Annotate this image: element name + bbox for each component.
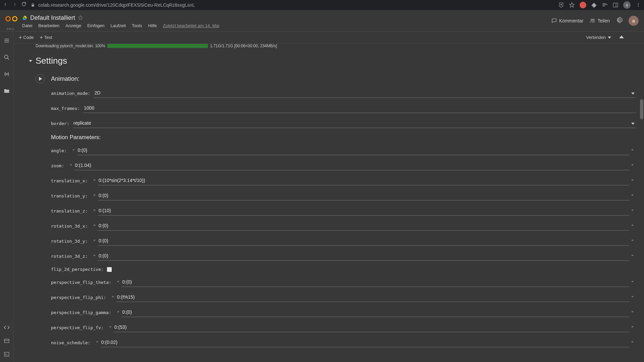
scrollbar-vertical[interactable] <box>640 99 643 119</box>
input-animation-mode[interactable] <box>94 89 636 98</box>
terminal-icon[interactable] <box>4 351 10 359</box>
input-zoom[interactable] <box>74 161 629 170</box>
menu-help[interactable]: Hilfe <box>148 23 157 28</box>
label-flip-2d-perspective: flip_2d_perspective <box>51 267 104 272</box>
menu-file[interactable]: Datei <box>22 23 32 28</box>
url-bar[interactable]: colab.research.google.com/drive/120CdqpI… <box>31 2 554 8</box>
input-perspective-flip-theta[interactable] <box>121 278 629 287</box>
label-perspective-flip-theta: perspective_flip_theta <box>51 280 111 285</box>
extension-badge[interactable] <box>580 2 586 8</box>
label-perspective-flip-fv: perspective_flip_fv <box>51 325 104 330</box>
input-translation-z[interactable] <box>98 206 629 216</box>
comment-button[interactable]: Kommentar <box>551 18 583 24</box>
search-icon[interactable] <box>4 54 10 62</box>
input-perspective-flip-fv[interactable] <box>114 323 629 332</box>
chevron-down-icon[interactable] <box>631 123 635 125</box>
panel-icon[interactable] <box>612 2 619 8</box>
label-perspective-flip-phi: perspective_flip_phi <box>51 295 106 300</box>
input-rotation-3d-y[interactable] <box>98 237 629 246</box>
bookmark-star-icon[interactable] <box>569 2 575 8</box>
chevron-down-icon <box>608 37 611 39</box>
lock-icon <box>31 3 35 7</box>
input-perspective-flip-gamma[interactable] <box>121 308 629 317</box>
progress-bar <box>107 44 208 48</box>
share-icon <box>589 18 595 24</box>
svg-point-5 <box>591 19 593 20</box>
files-icon[interactable] <box>4 88 10 95</box>
svg-rect-10 <box>4 352 9 356</box>
colab-header: PRO Default Installiert Datei Bearbeiten… <box>0 10 644 32</box>
label-animation-mode: animation_mode <box>51 91 90 96</box>
variables-icon[interactable] <box>4 71 10 78</box>
svg-point-3 <box>638 5 639 5</box>
label-rotation-3d-x: rotation_3d_x <box>51 224 88 229</box>
extensions-icon[interactable] <box>591 2 597 8</box>
toc-icon[interactable] <box>4 38 10 45</box>
section-title: Settings <box>36 56 67 66</box>
label-angle: angle <box>51 148 67 153</box>
svg-point-2 <box>638 3 639 4</box>
browser-avatar[interactable]: a <box>623 1 631 9</box>
label-rotation-3d-z: rotation_3d_z <box>51 254 88 259</box>
input-rotation-3d-z[interactable] <box>98 252 629 261</box>
input-max-frames[interactable] <box>83 104 636 113</box>
user-avatar[interactable]: a <box>629 16 639 26</box>
svg-point-7 <box>4 55 8 59</box>
menu-tools[interactable]: Tools <box>132 23 142 28</box>
pro-badge: PRO <box>7 27 14 31</box>
menu-runtime[interactable]: Laufzeit <box>111 23 126 28</box>
collapse-button[interactable] <box>618 33 625 42</box>
label-translation-z: translation_z <box>51 208 88 214</box>
label-translation-y: translation_y <box>51 193 88 198</box>
input-angle[interactable] <box>77 146 629 155</box>
install-icon[interactable] <box>558 2 564 8</box>
input-rotation-3d-x[interactable] <box>98 222 629 231</box>
back-icon[interactable] <box>3 2 8 8</box>
input-border[interactable] <box>73 119 636 128</box>
download-label: Downloading pytorch_model.bin: 100% <box>36 44 105 48</box>
share-button[interactable]: Teilen <box>589 18 610 24</box>
last-edit-link[interactable]: Zuletzt bearbeitet am 14. Mai <box>163 23 219 28</box>
reload-icon[interactable] <box>21 2 27 8</box>
label-rotation-3d-y: rotation_3d_y <box>51 239 88 244</box>
checkbox-flip-2d-perspective[interactable] <box>107 267 112 272</box>
url-text: colab.research.google.com/drive/120CdqpI… <box>38 2 195 8</box>
add-text-button[interactable]: +Text <box>40 35 52 41</box>
download-stats: 1.71G/1.71G [00:06<00:00, 234MB/s] <box>210 44 277 48</box>
download-output: Downloading pytorch_model.bin: 100% 1.71… <box>15 44 644 48</box>
menu-view[interactable]: Anzeige <box>65 23 81 28</box>
left-rail <box>0 32 13 362</box>
reading-list-icon[interactable] <box>602 2 608 8</box>
notebook-content: Downloading pytorch_model.bin: 100% 1.71… <box>13 44 644 362</box>
command-palette-icon[interactable] <box>4 338 10 345</box>
label-translation-x: translation_x <box>51 178 88 183</box>
label-border: border <box>51 121 69 126</box>
svg-rect-0 <box>613 3 618 7</box>
svg-rect-8 <box>4 339 9 343</box>
forward-icon[interactable] <box>12 2 17 8</box>
settings-button[interactable] <box>616 17 623 25</box>
section-caret-icon[interactable] <box>29 60 32 62</box>
input-translation-x[interactable] <box>98 176 629 185</box>
notebook-title[interactable]: Default Installiert <box>30 14 75 21</box>
label-perspective-flip-gamma: perspective_flip_gamma <box>51 310 111 315</box>
cell-heading-animation: Animation: <box>51 75 79 82</box>
connect-button[interactable]: Verbinden <box>583 34 614 41</box>
input-translation-y[interactable] <box>98 191 629 200</box>
colab-logo[interactable]: PRO <box>5 15 17 27</box>
menu-bar: Datei Bearbeiten Anzeige Einfügen Laufze… <box>22 23 551 28</box>
add-code-button[interactable]: +Code <box>19 35 34 41</box>
label-max-frames: max_frames <box>51 106 80 111</box>
chevron-down-icon[interactable] <box>631 93 635 95</box>
input-noise-schedule[interactable] <box>101 338 629 347</box>
code-snippets-icon[interactable] <box>4 324 10 332</box>
svg-point-6 <box>593 19 595 20</box>
menu-edit[interactable]: Bearbeiten <box>38 23 59 28</box>
chrome-menu-icon[interactable] <box>635 2 641 8</box>
form-cell: Animation: animation_mode max_frames bor… <box>15 74 644 347</box>
input-perspective-flip-phi[interactable] <box>116 293 629 302</box>
menu-insert[interactable]: Einfügen <box>87 23 104 28</box>
star-icon[interactable] <box>78 15 83 20</box>
run-cell-button[interactable] <box>36 74 45 83</box>
subheading-motion: Motion Parameters: <box>36 134 644 141</box>
